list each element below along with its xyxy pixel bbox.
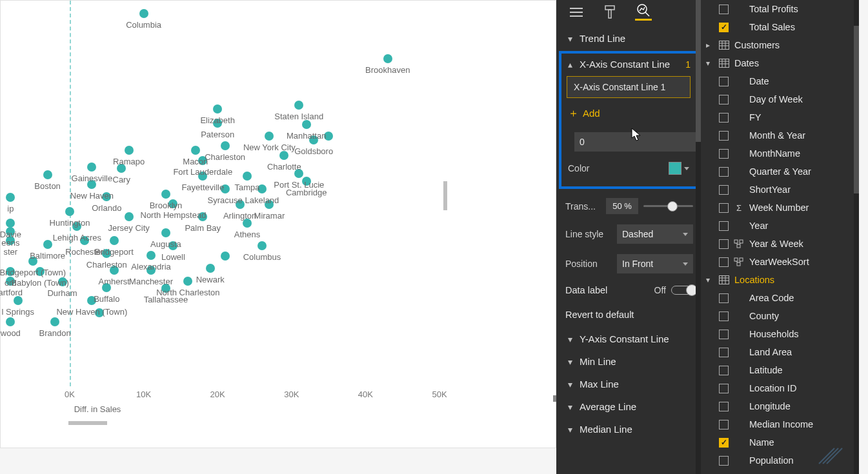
data-point[interactable] — [6, 317, 15, 326]
field-item[interactable]: MonthName — [701, 144, 859, 163]
data-point[interactable] — [198, 212, 207, 221]
data-point[interactable] — [50, 317, 59, 326]
data-point[interactable] — [309, 135, 318, 144]
data-point[interactable] — [198, 156, 207, 165]
data-point[interactable] — [80, 236, 89, 245]
field-item[interactable]: Median Income — [701, 415, 859, 433]
field-item[interactable]: Location ID — [701, 379, 859, 397]
field-checkbox[interactable] — [719, 203, 729, 213]
data-point[interactable] — [161, 284, 170, 293]
field-item[interactable]: ShortYear — [701, 181, 859, 199]
field-item[interactable]: Total Sales — [701, 18, 859, 36]
field-item[interactable]: Households — [701, 325, 859, 343]
field-checkbox[interactable] — [719, 456, 729, 466]
data-point[interactable] — [221, 252, 230, 261]
field-checkbox[interactable] — [719, 311, 729, 321]
field-item[interactable]: County — [701, 307, 859, 325]
field-checkbox[interactable] — [719, 113, 729, 123]
data-point[interactable] — [95, 308, 104, 317]
data-point[interactable] — [206, 264, 215, 273]
data-point[interactable] — [43, 170, 52, 179]
data-point[interactable] — [221, 141, 230, 150]
data-point[interactable] — [243, 219, 252, 228]
data-point[interactable] — [168, 241, 177, 250]
section-max-line[interactable]: ▾ Max Line — [556, 373, 701, 395]
field-item[interactable]: ΣWeek Number — [701, 199, 859, 217]
chart-scroll-h[interactable] — [68, 421, 107, 425]
field-checkbox[interactable] — [719, 384, 729, 393]
data-point[interactable] — [183, 277, 192, 286]
field-checkbox[interactable] — [719, 77, 729, 86]
field-checkbox[interactable] — [719, 221, 729, 231]
position-select[interactable]: In Front — [617, 254, 693, 273]
data-point[interactable] — [294, 101, 303, 110]
field-item[interactable]: Date — [701, 72, 859, 90]
data-point[interactable] — [383, 54, 392, 63]
data-point[interactable] — [161, 228, 170, 237]
field-checkbox[interactable] — [719, 95, 729, 104]
field-item[interactable]: FY — [701, 108, 859, 126]
line-style-select[interactable]: Dashed — [617, 224, 693, 244]
data-point[interactable] — [72, 222, 81, 231]
data-point[interactable] — [125, 212, 134, 221]
table-dates[interactable]: ▾Dates — [701, 54, 859, 72]
data-point[interactable] — [117, 164, 126, 173]
analytics-scrollbar[interactable] — [696, 0, 701, 474]
data-point[interactable] — [161, 190, 170, 199]
data-point[interactable] — [146, 266, 156, 275]
section-min-line[interactable]: ▾ Min Line — [556, 350, 701, 373]
value-input[interactable] — [574, 132, 698, 152]
data-point[interactable] — [302, 177, 311, 186]
analytics-tab-icon[interactable] — [635, 4, 652, 21]
data-point[interactable] — [168, 199, 177, 208]
data-label-toggle[interactable]: Off — [654, 285, 693, 295]
field-checkbox[interactable] — [719, 131, 729, 141]
fields-tab-icon[interactable] — [568, 4, 585, 21]
data-point[interactable] — [243, 172, 252, 181]
data-point[interactable] — [28, 257, 37, 266]
field-item[interactable]: Land Area — [701, 343, 859, 361]
field-checkbox[interactable] — [719, 330, 729, 339]
field-checkbox[interactable] — [719, 366, 729, 375]
field-item[interactable]: Area Code — [701, 289, 859, 307]
section-trend-line[interactable]: ▾ Trend Line — [556, 27, 701, 50]
field-checkbox[interactable] — [719, 149, 729, 159]
data-point[interactable] — [6, 277, 15, 286]
field-checkbox[interactable] — [719, 23, 729, 32]
fields-scrollbar[interactable] — [854, 0, 859, 474]
data-point[interactable] — [294, 169, 303, 178]
data-point[interactable] — [43, 240, 52, 249]
data-point[interactable] — [87, 296, 96, 305]
field-checkbox[interactable] — [719, 5, 729, 14]
data-point[interactable] — [265, 200, 274, 209]
data-point[interactable] — [58, 277, 67, 286]
chart-scroll-v[interactable] — [443, 181, 447, 210]
data-point[interactable] — [139, 9, 148, 18]
data-point[interactable] — [6, 227, 15, 236]
field-checkbox[interactable] — [719, 402, 729, 411]
field-checkbox[interactable] — [719, 293, 729, 303]
field-item[interactable]: Month & Year — [701, 126, 859, 144]
data-point[interactable] — [110, 236, 119, 245]
table-customers[interactable]: ▸Customers — [701, 36, 859, 54]
transparency-slider[interactable] — [643, 205, 693, 207]
section-x-axis-constant-header[interactable]: ▴ X-Axis Constant Line 1 — [565, 57, 692, 74]
table-locations[interactable]: ▾Locations — [701, 271, 859, 289]
data-point[interactable] — [35, 267, 45, 276]
data-point[interactable] — [125, 146, 134, 155]
data-point[interactable] — [191, 146, 200, 155]
field-checkbox[interactable] — [719, 239, 729, 249]
data-point[interactable] — [221, 184, 230, 193]
data-point[interactable] — [236, 200, 245, 209]
data-point[interactable] — [257, 184, 267, 193]
data-point[interactable] — [265, 132, 274, 141]
field-item[interactable]: Day of Week — [701, 90, 859, 108]
field-checkbox[interactable] — [719, 185, 729, 195]
data-point[interactable] — [110, 266, 119, 275]
section-median-line[interactable]: ▾ Median Line — [556, 418, 701, 440]
revert-to-default-button[interactable]: Revert to default — [556, 302, 701, 328]
section-average-line[interactable]: ▾ Average Line — [556, 395, 701, 418]
data-point[interactable] — [14, 296, 23, 305]
data-point[interactable] — [65, 207, 74, 216]
constant-line-name-input[interactable]: X-Axis Constant Line 1 — [567, 76, 691, 98]
